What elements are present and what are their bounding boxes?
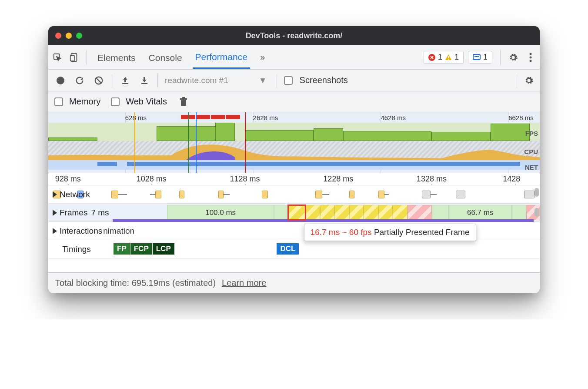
frame-duration: 7 ms bbox=[91, 208, 109, 218]
timing-fp[interactable]: FP bbox=[114, 243, 130, 255]
screenshots-label: Screenshots bbox=[300, 75, 348, 85]
tooltip-label: Partially Presented Frame bbox=[374, 228, 470, 237]
record-button[interactable] bbox=[54, 74, 67, 87]
svg-rect-17 bbox=[182, 97, 185, 98]
titlebar: DevTools - readwrite.com/ bbox=[48, 26, 540, 45]
svg-rect-4 bbox=[448, 56, 449, 58]
svg-point-8 bbox=[530, 53, 532, 55]
session-select[interactable]: readwrite.com #1 ▼ bbox=[165, 76, 270, 85]
expand-icon[interactable] bbox=[53, 191, 57, 198]
tab-elements[interactable]: Elements bbox=[95, 47, 138, 68]
timing-fcp[interactable]: FCP bbox=[130, 243, 152, 255]
frame-block[interactable] bbox=[432, 205, 449, 220]
overview-marker bbox=[196, 112, 197, 173]
overview-net bbox=[48, 160, 540, 170]
kebab-icon[interactable] bbox=[526, 53, 535, 62]
svg-rect-2 bbox=[70, 55, 74, 61]
more-tabs-icon[interactable]: » bbox=[258, 53, 267, 62]
cpu-label: CPU bbox=[524, 148, 538, 155]
overview-marker bbox=[188, 112, 189, 173]
screenshots-checkbox[interactable] bbox=[284, 76, 293, 85]
error-count: 1 bbox=[438, 53, 442, 62]
frame-block[interactable] bbox=[364, 205, 378, 220]
frame-block[interactable] bbox=[393, 205, 407, 220]
clear-button[interactable] bbox=[93, 74, 105, 87]
learn-more-link[interactable]: Learn more bbox=[222, 278, 266, 288]
console-status-badge[interactable]: 1 1 bbox=[424, 51, 464, 64]
tab-performance[interactable]: Performance bbox=[193, 46, 250, 69]
svg-point-11 bbox=[57, 77, 64, 84]
perf-toolbar: readwrite.com #1 ▼ Screenshots bbox=[48, 70, 540, 91]
ruler-tick: 1028 ms bbox=[137, 174, 167, 184]
warning-icon bbox=[445, 54, 452, 61]
frame-block[interactable] bbox=[378, 205, 393, 220]
warning-count: 1 bbox=[454, 53, 459, 62]
overview-fps bbox=[48, 123, 540, 141]
frame-block[interactable] bbox=[408, 205, 432, 220]
device-toggle-icon[interactable] bbox=[69, 53, 79, 62]
scrollbar-thumb[interactable] bbox=[535, 208, 539, 217]
close-icon[interactable] bbox=[55, 33, 61, 39]
track-label: Interactions bbox=[60, 226, 102, 236]
track-empty bbox=[48, 258, 540, 272]
reload-record-button[interactable] bbox=[74, 74, 86, 87]
chevron-down-icon: ▼ bbox=[259, 76, 267, 85]
overview-tick: 4628 ms bbox=[381, 114, 406, 121]
svg-rect-14 bbox=[141, 83, 147, 84]
minimize-icon[interactable] bbox=[66, 33, 72, 39]
frames-lane: 100.0 ms 66.7 ms bbox=[48, 205, 534, 220]
inspect-icon[interactable] bbox=[53, 53, 62, 62]
gc-button[interactable] bbox=[179, 97, 188, 107]
issues-count: 1 bbox=[483, 53, 488, 62]
window-title: DevTools - readwrite.com/ bbox=[48, 31, 540, 40]
capture-settings-icon[interactable] bbox=[524, 76, 534, 85]
session-label: readwrite.com #1 bbox=[165, 76, 228, 85]
issues-badge[interactable]: 1 bbox=[468, 51, 492, 64]
timing-lcp[interactable]: LCP bbox=[153, 243, 174, 255]
track-timings[interactable]: Timings FPFCPLCP DCL bbox=[48, 240, 540, 258]
frame-block[interactable] bbox=[274, 205, 288, 220]
zoom-icon[interactable] bbox=[76, 33, 82, 39]
webvitals-checkbox[interactable] bbox=[111, 97, 120, 106]
save-profile-button[interactable] bbox=[138, 74, 150, 87]
frame-block[interactable] bbox=[334, 205, 349, 220]
ruler-tick: 928 ms bbox=[55, 174, 81, 184]
svg-rect-13 bbox=[122, 83, 128, 84]
animation-suffix: nimation bbox=[103, 226, 134, 236]
frame-block[interactable] bbox=[305, 205, 320, 220]
track-network[interactable]: Network bbox=[48, 185, 540, 204]
expand-icon[interactable] bbox=[53, 228, 57, 234]
tooltip-red: 16.7 ms ~ 60 fps bbox=[311, 228, 372, 237]
scrollbar-thumb[interactable] bbox=[535, 188, 539, 197]
expand-icon[interactable] bbox=[53, 210, 57, 216]
svg-rect-5 bbox=[448, 59, 449, 60]
overview-panel[interactable]: 628 ms 2628 ms 4628 ms 6628 ms FPS CPU bbox=[48, 112, 540, 173]
tab-console[interactable]: Console bbox=[146, 47, 185, 68]
overview-marker bbox=[245, 112, 246, 173]
timeline-ruler[interactable]: 928 ms 1028 ms 1128 ms 1228 ms 1328 ms 1… bbox=[48, 173, 540, 185]
svg-point-10 bbox=[530, 60, 532, 62]
frame-block[interactable] bbox=[349, 205, 364, 220]
network-lane bbox=[48, 188, 534, 201]
frame-block[interactable] bbox=[512, 205, 526, 220]
frame-selection bbox=[287, 205, 306, 221]
fps-label: FPS bbox=[525, 130, 538, 137]
memory-checkbox[interactable] bbox=[54, 97, 63, 106]
frame-block[interactable] bbox=[320, 205, 334, 220]
devtools-window: DevTools - readwrite.com/ Elements Conso… bbox=[48, 26, 540, 293]
overview-cpu bbox=[48, 141, 540, 160]
track-label: Frames bbox=[60, 208, 87, 218]
issues-icon bbox=[473, 54, 481, 61]
interactions-bar bbox=[113, 219, 534, 222]
timing-dcl[interactable]: DCL bbox=[277, 243, 299, 255]
ruler-tick: 1228 ms bbox=[323, 174, 353, 184]
footer: Total blocking time: 695.19ms (estimated… bbox=[48, 272, 540, 293]
frame-block[interactable]: 66.7 ms bbox=[449, 205, 512, 220]
load-profile-button[interactable] bbox=[119, 74, 131, 87]
net-label: NET bbox=[525, 164, 538, 171]
frame-tooltip: 16.7 ms ~ 60 fps Partially Presented Fra… bbox=[304, 224, 476, 241]
overview-tick: 2628 ms bbox=[253, 114, 278, 121]
settings-icon[interactable] bbox=[508, 53, 518, 62]
overview-tick: 6628 ms bbox=[508, 114, 534, 121]
frame-block[interactable]: 100.0 ms bbox=[167, 205, 274, 220]
